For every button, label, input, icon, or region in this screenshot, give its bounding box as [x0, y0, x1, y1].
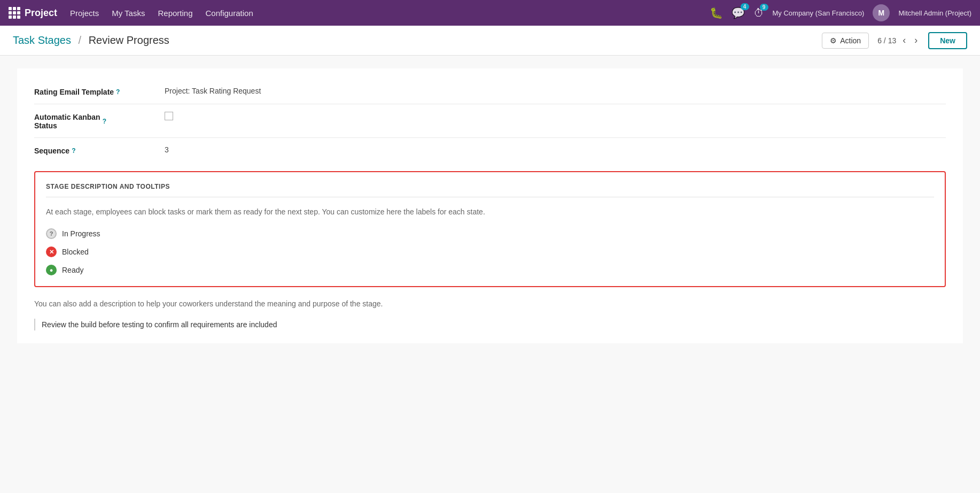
breadcrumb: Task Stages / Review Progress: [13, 34, 169, 47]
help-icon-rating[interactable]: ?: [116, 88, 120, 96]
grid-icon: [9, 7, 20, 19]
stage-description-box: STAGE DESCRIPTION AND TOOLTIPS At each s…: [34, 171, 946, 287]
footer-description-text: You can also add a description to help y…: [34, 298, 946, 310]
breadcrumb-separator: /: [79, 34, 82, 46]
field-sequence: Sequence ? 3: [34, 140, 946, 160]
ready-dot: ●: [46, 265, 57, 275]
field-value-sequence[interactable]: 3: [165, 145, 169, 154]
field-label-rating: Rating Email Template ?: [34, 87, 152, 96]
app-name: Project: [25, 7, 57, 19]
company-name: My Company (San Francisco): [773, 9, 865, 17]
status-item-ready: ● Ready: [46, 265, 934, 275]
app-logo[interactable]: Project: [9, 7, 57, 19]
field-kanban-status: Automatic KanbanStatus ?: [34, 106, 946, 135]
pagination: 6 / 13 ‹ ›: [877, 34, 920, 47]
clock-badge: 9: [760, 4, 768, 11]
chat-icon-button[interactable]: 💬 4: [732, 6, 745, 19]
action-label: Action: [840, 36, 861, 45]
blocked-label: Blocked: [62, 248, 89, 256]
stage-box-title: STAGE DESCRIPTION AND TOOLTIPS: [46, 183, 934, 197]
field-value-rating[interactable]: Project: Task Rating Request: [165, 87, 261, 95]
page-header: Task Stages / Review Progress ⚙ Action 6…: [0, 26, 980, 56]
in-progress-label: In Progress: [62, 229, 100, 238]
chat-badge: 4: [741, 3, 749, 10]
prev-page-button[interactable]: ‹: [900, 34, 908, 47]
breadcrumb-parent[interactable]: Task Stages: [13, 34, 71, 46]
kanban-status-checkbox[interactable]: [165, 112, 173, 120]
blocked-dot: ✕: [46, 247, 57, 257]
help-icon-kanban[interactable]: ?: [103, 118, 106, 125]
divider-1: [34, 104, 946, 104]
nav-item-mytasks[interactable]: My Tasks: [112, 9, 145, 18]
help-icon-sequence[interactable]: ?: [72, 147, 75, 155]
bug-icon-button[interactable]: 🐛: [710, 6, 723, 19]
gear-icon: ⚙: [830, 36, 837, 45]
stage-box-description: At each stage, employees can block tasks…: [46, 206, 934, 218]
nav-item-configuration[interactable]: Configuration: [206, 9, 253, 18]
nav-links: Projects My Tasks Reporting Configuratio…: [70, 9, 253, 18]
nav-item-projects[interactable]: Projects: [70, 9, 99, 18]
avatar: M: [873, 4, 890, 21]
user-name: Mitchell Admin (Project): [898, 9, 971, 17]
nav-right: 🐛 💬 4 ⏱ 9 My Company (San Francisco) M M…: [710, 4, 972, 21]
footer-note: Review the build before testing to confi…: [34, 319, 946, 330]
main-content: Rating Email Template ? Project: Task Ra…: [0, 56, 980, 493]
ready-label: Ready: [62, 266, 83, 274]
form-wrapper: Rating Email Template ? Project: Task Ra…: [17, 68, 963, 343]
divider-2: [34, 137, 946, 138]
in-progress-dot: ?: [46, 228, 57, 239]
header-actions: ⚙ Action 6 / 13 ‹ › New: [822, 32, 967, 49]
field-label-sequence: Sequence ?: [34, 145, 152, 155]
field-rating-email-template: Rating Email Template ? Project: Task Ra…: [34, 81, 946, 102]
status-item-blocked: ✕ Blocked: [46, 247, 934, 257]
next-page-button[interactable]: ›: [912, 34, 920, 47]
pagination-info: 6 / 13: [877, 36, 896, 45]
status-item-in-progress: ? In Progress: [46, 228, 934, 239]
clock-icon-button[interactable]: ⏱ 9: [753, 7, 764, 19]
action-button[interactable]: ⚙ Action: [822, 33, 869, 49]
field-label-kanban: Automatic KanbanStatus ?: [34, 112, 152, 130]
top-navigation: Project Projects My Tasks Reporting Conf…: [0, 0, 980, 26]
stage-status-list: ? In Progress ✕ Blocked ● Ready: [46, 228, 934, 275]
breadcrumb-current: Review Progress: [89, 34, 169, 46]
new-button[interactable]: New: [928, 32, 967, 49]
nav-item-reporting[interactable]: Reporting: [158, 9, 192, 18]
